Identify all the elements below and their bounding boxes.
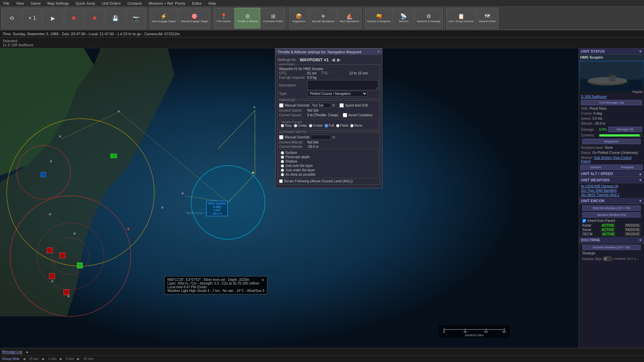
nuclear-toggle[interactable] bbox=[603, 256, 612, 261]
doctrine-window-button[interactable]: Doctrine Window (Ctrl + F9) bbox=[582, 245, 641, 250]
altitude-override-input[interactable] bbox=[311, 135, 331, 140]
camera-button[interactable]: 📷 bbox=[126, 8, 146, 28]
save-button[interactable]: 💾 bbox=[105, 8, 125, 28]
sonar-passive-btn[interactable]: PASSIVE bbox=[625, 228, 641, 232]
svg-rect-28 bbox=[60, 253, 65, 258]
menu-unit-orders[interactable]: Unit Orders bbox=[99, 1, 124, 5]
weapon-bandfish[interactable]: 22x Type 2066 Bandfish bbox=[581, 188, 642, 193]
preset-creep[interactable]: Creep bbox=[294, 124, 307, 127]
depth-shallow[interactable]: Shallow bbox=[281, 160, 377, 163]
magazines-button-right[interactable]: Magazines bbox=[582, 139, 641, 144]
preset-none[interactable]: None bbox=[350, 124, 362, 127]
throttle-presets-box: Throttle Presets Stop Creep Cruise Full … bbox=[279, 119, 378, 129]
preset-cruise[interactable]: Cruise bbox=[309, 124, 323, 127]
depth-surface[interactable]: Surface bbox=[281, 151, 377, 155]
stop-button[interactable]: ⏹ bbox=[64, 8, 84, 28]
throttle-override-input[interactable] bbox=[311, 103, 331, 108]
avoid-cavitation-checkbox[interactable] bbox=[343, 113, 347, 117]
desired-altitude-row: Desired Altitude: Not Set bbox=[279, 140, 378, 144]
throttle-override-checkbox[interactable] bbox=[279, 103, 283, 108]
time-15sec-btn[interactable]: ◀ bbox=[23, 357, 25, 361]
message-log-tab[interactable]: Message Log bbox=[2, 350, 22, 354]
menu-missions[interactable]: Missions + Ref. Points bbox=[145, 1, 189, 5]
oecm-passive-btn[interactable]: PASSIVE bbox=[625, 232, 641, 236]
formation-button[interactable]: ⊞ Formation Editor bbox=[261, 8, 285, 28]
menu-map-settings[interactable]: Map Settings bbox=[44, 1, 72, 5]
main-area: Norwegian Sea × × × ● × × × bbox=[0, 48, 644, 348]
depth-just-over[interactable]: Just over the layer bbox=[281, 164, 377, 168]
emcon-collapse[interactable]: ▼ bbox=[639, 199, 642, 203]
unit-message-log-button[interactable]: Unit Message Log bbox=[581, 100, 642, 105]
throttle-altitude-button[interactable]: ⚙ Throttle & Altitude bbox=[234, 8, 260, 28]
play-button[interactable]: ▶ bbox=[43, 8, 63, 28]
sensors-window-button[interactable]: Sensors Window (F9) bbox=[582, 212, 641, 218]
menu-help[interactable]: Help bbox=[205, 1, 219, 5]
depth-just-under[interactable]: Just under the layer bbox=[281, 168, 377, 172]
unit-status-collapse[interactable]: ▼ bbox=[639, 50, 642, 53]
map-view[interactable]: Norwegian Sea × × × ● × × × bbox=[0, 48, 579, 348]
menu-quick-jump[interactable]: Quick Jump bbox=[72, 1, 99, 5]
depth-as-deep[interactable]: As deep as possible bbox=[281, 173, 377, 176]
sonar-active-btn[interactable]: ACTIVE bbox=[601, 228, 615, 232]
doctrine-collapse[interactable]: ▼ bbox=[639, 238, 642, 242]
emcon-window-button[interactable]: EMCON Window (Ctrl + F9) bbox=[582, 205, 641, 211]
map-tooltip: ✕ N69°11'20", E3°57'52" - 83nm from sel … bbox=[164, 276, 267, 294]
preset-full[interactable]: Full bbox=[325, 124, 334, 127]
weapons-collapse[interactable]: ▼ bbox=[639, 178, 642, 182]
doctrine-icon: 📋 bbox=[458, 13, 465, 19]
preset-stop[interactable]: Stop bbox=[281, 124, 292, 127]
radar-active-btn[interactable]: ACTIVE bbox=[601, 224, 615, 227]
doctrine-button[interactable]: 📋 Unit / Group Doctrine bbox=[446, 8, 476, 28]
speed-x1-button[interactable]: × 1 bbox=[22, 8, 42, 28]
mounts-weapons-button[interactable]: 🔫 Mounts & Weapons bbox=[365, 8, 393, 28]
mission-editor-button[interactable]: 🗺 Mission Editor bbox=[477, 8, 498, 28]
altitude-override-checkbox[interactable] bbox=[279, 135, 283, 139]
manual-engage-button[interactable]: 🎯 Manual Engage Target bbox=[179, 8, 210, 28]
menu-game[interactable]: Game bbox=[27, 1, 44, 5]
menu-view[interactable]: View bbox=[13, 1, 28, 5]
systems-label: Systems: bbox=[581, 133, 598, 137]
sprint-drift-checkbox[interactable] bbox=[339, 103, 344, 108]
svg-text:30: 30 bbox=[464, 330, 467, 333]
weapon-tigerfish[interactable]: 16x Mk24 Tigerfish Mod 2 bbox=[581, 193, 642, 197]
next-waypoint-button[interactable]: ▶ bbox=[337, 57, 341, 62]
current-speed-label: Current Speed: bbox=[279, 113, 306, 117]
record-button[interactable]: ⏺ bbox=[85, 8, 105, 28]
wp-type-select[interactable]: Plotted Course / Navigation bbox=[307, 91, 368, 97]
auto-engage-button[interactable]: ⚡ Auto Engage Target bbox=[150, 8, 178, 28]
weapon-harpoon[interactable]: 4x UGM-84B Harpoon IA bbox=[581, 184, 642, 188]
radar-passive-btn[interactable]: PASSIVE bbox=[625, 224, 641, 227]
group-view-btn[interactable]: Group View bbox=[2, 357, 19, 361]
wp-desc-input[interactable] bbox=[307, 80, 378, 90]
magazines-button[interactable]: 📦 Magazines bbox=[289, 8, 309, 28]
rewind-button[interactable]: ⟲ bbox=[1, 8, 21, 28]
prev-waypoint-button[interactable]: ◀ bbox=[331, 57, 335, 62]
time-5min-btn[interactable]: ▶ bbox=[60, 357, 62, 361]
dialog-close-button[interactable]: ✕ bbox=[377, 50, 380, 54]
boat-ops-button[interactable]: ⛵ Boat Operations bbox=[337, 8, 362, 28]
inherit-parent-checkbox[interactable] bbox=[582, 219, 586, 223]
sensors-button[interactable]: 📡 Sensors bbox=[393, 8, 414, 28]
preset-flank[interactable]: Flank bbox=[336, 124, 348, 127]
unit-class-link[interactable]: S 108 Swiftsure bbox=[579, 94, 644, 99]
waypoint-nav: ◀ ▶ bbox=[331, 57, 341, 62]
depth-periscope[interactable]: Periscope depth bbox=[281, 155, 377, 159]
aircraft-ops-button[interactable]: ✈ Aircraft Operations bbox=[310, 8, 337, 28]
damage-ctrl-button[interactable]: Damage Ctrl bbox=[608, 127, 642, 132]
plot-course-button[interactable]: 📍 Plot Course bbox=[214, 8, 234, 28]
sensors-right-button[interactable]: Sensors bbox=[580, 165, 611, 170]
time-15min-btn[interactable]: ▶ bbox=[77, 357, 80, 361]
terrain-following-row: Terrain Following (Above Ground Level (A… bbox=[279, 179, 378, 183]
menu-contacts[interactable]: Contacts bbox=[124, 1, 145, 5]
tooltip-close-button[interactable]: ✕ bbox=[261, 278, 264, 282]
menu-editor[interactable]: Editor bbox=[189, 1, 205, 5]
auto-engage-label: Auto Engage Target bbox=[152, 20, 176, 23]
expand-log-button[interactable]: ▲ bbox=[25, 350, 29, 354]
terrain-following-checkbox[interactable] bbox=[279, 179, 283, 183]
menu-file[interactable]: File bbox=[0, 1, 13, 5]
weapons-right-button[interactable]: Weapons bbox=[612, 165, 643, 170]
time-1min-btn[interactable]: ▶ bbox=[42, 357, 45, 361]
oecm-active-btn[interactable]: ACTIVE bbox=[601, 232, 615, 236]
systems-damage-button[interactable]: ⚙ Systems & Damage bbox=[414, 8, 443, 28]
alt-speed-collapse[interactable]: ▲ bbox=[639, 172, 642, 176]
